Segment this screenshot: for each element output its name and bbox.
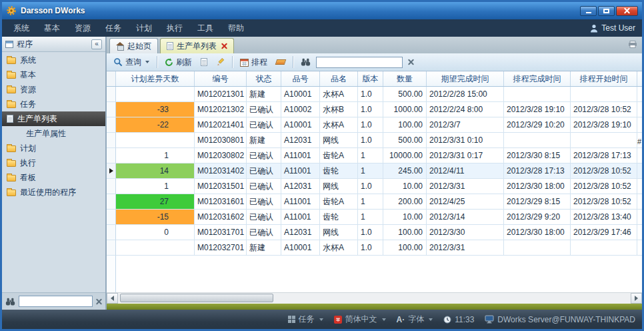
cell-sched_end[interactable]: 2012/3/30 18:00 xyxy=(504,225,571,240)
cell-expect[interactable]: 2012/2/28 15:00 xyxy=(427,87,504,102)
cell-diff[interactable]: 27 xyxy=(116,194,195,210)
table-row[interactable]: -15M012031602已确认A11001齿轮110.002012/3/142… xyxy=(107,210,642,225)
cell-item_no[interactable]: A10001 xyxy=(281,117,320,133)
cell-code[interactable]: M012021302 xyxy=(195,102,247,117)
column-header-item_no[interactable]: 品号 xyxy=(281,71,320,86)
cell-item_no[interactable]: A12031 xyxy=(281,179,320,194)
cell-item_no[interactable]: A12031 xyxy=(281,225,320,240)
cell-item_no[interactable]: A11001 xyxy=(281,163,320,179)
cell-expect[interactable]: 2012/4/11 xyxy=(427,163,504,179)
cell-expect[interactable]: 2012/4/25 xyxy=(427,194,504,210)
tab-0[interactable]: 起始页 xyxy=(109,38,158,53)
cell-expect[interactable]: 2012/3/7 xyxy=(427,117,504,133)
menu-item-5[interactable]: 执行 xyxy=(159,19,190,37)
cell-diff[interactable] xyxy=(116,133,195,148)
cell-version[interactable]: 1 xyxy=(358,194,383,210)
cell-qty[interactable]: 245.00 xyxy=(383,163,427,179)
cell-status[interactable]: 已确认 xyxy=(247,179,281,194)
cell-sched_start[interactable]: 2012/3/28 10:52 xyxy=(571,163,637,179)
tab-1[interactable]: 生产单列表 xyxy=(160,38,234,53)
sidebar-item-5[interactable]: 生产单属性 xyxy=(2,126,105,141)
cell-qty[interactable]: 10.00 xyxy=(383,179,427,194)
cell-expect[interactable]: 2012/3/14 xyxy=(427,210,504,225)
column-header-item_name[interactable]: 品名 xyxy=(320,71,358,86)
cell-item_no[interactable]: A10002 xyxy=(281,102,320,117)
cell-code[interactable]: M012021401 xyxy=(195,117,247,133)
scroll-thumb[interactable] xyxy=(120,294,273,302)
cell-qty[interactable]: 10000.00 xyxy=(383,148,427,163)
sidebar-search-input[interactable] xyxy=(19,296,93,307)
menu-item-2[interactable]: 资源 xyxy=(67,19,98,37)
cell-code[interactable]: M012030801 xyxy=(195,133,247,148)
table-row[interactable]: -33M012021302已确认A10002水杯B1.01000.002012/… xyxy=(107,102,642,117)
cell-qty[interactable]: 10.00 xyxy=(383,210,427,225)
cell-status[interactable]: 已确认 xyxy=(247,225,281,240)
cell-diff[interactable] xyxy=(116,87,195,102)
cell-item_no[interactable]: A12031 xyxy=(281,133,320,148)
cell-item_name[interactable]: 网线 xyxy=(320,133,358,148)
cell-status[interactable]: 已确认 xyxy=(247,210,281,225)
scroll-left-button[interactable] xyxy=(107,293,118,304)
cell-version[interactable]: 1 xyxy=(358,210,383,225)
cell-sched_start[interactable] xyxy=(571,87,637,102)
cell-diff[interactable]: -33 xyxy=(116,102,195,117)
menu-item-0[interactable]: 系统 xyxy=(6,19,37,37)
cell-diff[interactable]: -22 xyxy=(116,117,195,133)
minimize-button[interactable] xyxy=(580,6,597,16)
clear-sidebar-search-icon[interactable] xyxy=(96,298,102,304)
cell-sched_end[interactable] xyxy=(504,87,571,102)
cell-version[interactable]: 1.0 xyxy=(358,102,383,117)
cell-sched_end[interactable] xyxy=(504,240,571,256)
sidebar-item-6[interactable]: 计划 xyxy=(2,141,105,155)
cell-item_no[interactable]: A11001 xyxy=(281,194,320,210)
cell-sched_end[interactable]: 2012/3/30 8:15 xyxy=(504,148,571,163)
cell-diff[interactable]: -15 xyxy=(116,210,195,225)
cell-version[interactable]: 1.0 xyxy=(358,133,383,148)
cell-qty[interactable]: 100.00 xyxy=(383,240,427,256)
cell-item_name[interactable]: 水杯A xyxy=(320,240,358,256)
cell-item_name[interactable]: 齿轮A xyxy=(320,194,358,210)
query-button[interactable]: 查询 xyxy=(110,55,153,69)
cell-item_name[interactable]: 齿轮 xyxy=(320,210,358,225)
cell-sched_start[interactable]: 2012/3/28 13:40 xyxy=(571,210,637,225)
cell-sched_start[interactable]: 2012/3/28 17:13 xyxy=(571,148,637,163)
cell-sched_end[interactable]: 2012/3/30 18:00 xyxy=(504,179,571,194)
column-header-qty[interactable]: 数量 xyxy=(383,71,427,86)
column-header-status[interactable]: 状态 xyxy=(247,71,281,86)
schedule-button[interactable]: 排程 xyxy=(237,55,271,69)
cell-diff[interactable] xyxy=(116,240,195,256)
edit-button[interactable] xyxy=(213,55,228,69)
cell-sched_end[interactable]: 2012/3/28 17:13 xyxy=(504,163,571,179)
column-header-version[interactable]: 版本 xyxy=(358,71,383,86)
titlebar[interactable]: Darsson DWorks xyxy=(2,2,642,19)
status-font-menu[interactable]: A· 字体 xyxy=(397,314,433,325)
sidebar-item-2[interactable]: 资源 xyxy=(2,82,105,97)
cell-expect[interactable]: 2012/2/24 8:00 xyxy=(427,102,504,117)
column-header-sched_start[interactable]: 排程开始时间 xyxy=(571,71,637,86)
sidebar-item-0[interactable]: 系统 xyxy=(2,53,105,67)
column-header-sched_end[interactable]: 排程完成时间 xyxy=(504,71,571,86)
cell-sched_end[interactable]: 2012/3/28 19:10 xyxy=(504,102,571,117)
find-button[interactable] xyxy=(297,55,314,69)
new-button[interactable] xyxy=(197,55,211,69)
table-row[interactable]: -22M012021401已确认A10001水杯A1.0100.002012/3… xyxy=(107,117,642,133)
cell-status[interactable]: 已确认 xyxy=(247,102,281,117)
cell-status[interactable]: 新建 xyxy=(247,133,281,148)
cell-code[interactable]: M012031602 xyxy=(195,210,247,225)
cell-code[interactable]: M012021301 xyxy=(195,87,247,102)
cell-code[interactable]: M012031701 xyxy=(195,225,247,240)
cell-item_no[interactable]: A10001 xyxy=(281,87,320,102)
sidebar-item-1[interactable]: 基本 xyxy=(2,67,105,82)
cell-item_name[interactable]: 水杯B xyxy=(320,102,358,117)
cell-status[interactable]: 已确认 xyxy=(247,194,281,210)
scroll-track[interactable] xyxy=(118,293,631,304)
table-row[interactable]: M012021301新建A10001水杯A1.0500.002012/2/28 … xyxy=(107,87,642,102)
menu-item-6[interactable]: 工具 xyxy=(190,19,221,37)
cell-version[interactable]: 1.0 xyxy=(358,179,383,194)
menu-item-1[interactable]: 基本 xyxy=(37,19,67,37)
cell-sched_end[interactable]: 2012/3/29 10:20 xyxy=(504,117,571,133)
table-row[interactable]: 27M012031601已确认A11001齿轮A1200.002012/4/25… xyxy=(107,194,642,210)
cell-qty[interactable]: 500.00 xyxy=(383,87,427,102)
user-indicator[interactable]: Test User xyxy=(590,23,638,33)
cell-code[interactable]: M012032701 xyxy=(195,240,247,256)
